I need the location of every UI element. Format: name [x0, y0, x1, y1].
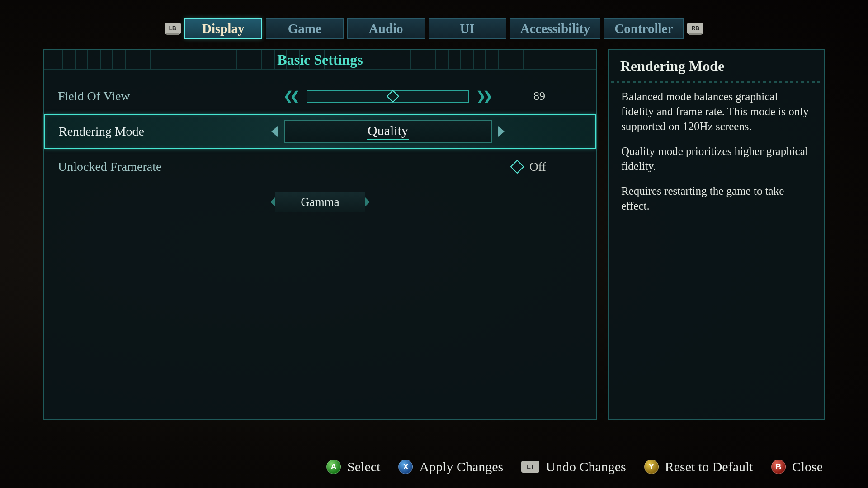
info-divider: [611, 81, 821, 83]
tab-bar: LB Display Game Audio UI Accessibility C…: [0, 18, 868, 39]
button-a-icon: A: [326, 460, 341, 474]
footer-select[interactable]: A Select: [326, 459, 380, 474]
info-body: Balanced mode balances graphical fidelit…: [609, 89, 824, 213]
settings-rows: Field Of View ❮❮ ❯❯ 89 Rendering Mode Qu…: [44, 70, 596, 212]
bumper-rb-icon: RB: [687, 23, 703, 34]
footer-reset[interactable]: Y Reset to Default: [644, 459, 753, 474]
footer-undo-label: Undo Changes: [546, 459, 626, 474]
button-b-icon: B: [771, 460, 786, 474]
tab-display[interactable]: Display: [184, 18, 262, 39]
toggle-diamond-icon: [510, 160, 524, 174]
rendering-mode-selector[interactable]: Quality: [249, 120, 527, 143]
footer-reset-label: Reset to Default: [665, 459, 753, 474]
row-rendering-mode[interactable]: Rendering Mode Quality: [44, 114, 596, 149]
fov-label: Field Of View: [58, 89, 248, 103]
fov-value: 89: [528, 89, 582, 103]
info-paragraph-2: Quality mode prioritizes higher graphica…: [621, 144, 811, 174]
button-y-icon: Y: [644, 460, 659, 474]
info-panel: Rendering Mode Balanced mode balances gr…: [608, 49, 825, 420]
tab-accessibility[interactable]: Accessibility: [510, 18, 601, 39]
footer-undo[interactable]: LT Undo Changes: [521, 459, 626, 474]
settings-panel: Basic Settings Field Of View ❮❮ ❯❯ 89 Re…: [43, 49, 597, 420]
bumper-lb-icon: LB: [165, 23, 181, 34]
unlocked-framerate-value: Off: [529, 160, 546, 174]
button-lt-icon: LT: [521, 461, 539, 473]
slider-increase-icon[interactable]: ❯❯: [476, 90, 493, 103]
footer-actions: A Select X Apply Changes LT Undo Changes…: [0, 459, 868, 474]
info-paragraph-3: Requires restarting the game to take eff…: [621, 183, 811, 213]
rendering-mode-label: Rendering Mode: [59, 124, 249, 139]
section-title: Basic Settings: [44, 50, 596, 70]
footer-close-label: Close: [792, 459, 823, 474]
rendering-mode-value-box[interactable]: Quality: [284, 120, 492, 143]
footer-apply-label: Apply Changes: [419, 459, 503, 474]
fov-slider-track[interactable]: [307, 90, 469, 103]
tab-audio[interactable]: Audio: [347, 18, 425, 39]
tab-ui[interactable]: UI: [429, 18, 506, 39]
fov-slider[interactable]: ❮❮ ❯❯: [248, 90, 528, 103]
tab-controller[interactable]: Controller: [604, 18, 684, 39]
footer-close[interactable]: B Close: [771, 459, 823, 474]
tab-game[interactable]: Game: [266, 18, 344, 39]
row-unlocked-framerate[interactable]: Unlocked Framerate Off: [44, 149, 596, 184]
info-title: Rendering Mode: [609, 50, 824, 81]
button-x-icon: X: [398, 460, 413, 474]
selector-prev-icon[interactable]: [271, 126, 278, 137]
footer-apply[interactable]: X Apply Changes: [398, 459, 503, 474]
main-area: Basic Settings Field Of View ❮❮ ❯❯ 89 Re…: [43, 49, 825, 420]
rendering-mode-value: Quality: [367, 123, 409, 140]
info-paragraph-1: Balanced mode balances graphical fidelit…: [621, 89, 811, 134]
unlocked-framerate-label: Unlocked Framerate: [58, 160, 248, 174]
unlocked-framerate-toggle[interactable]: Off: [248, 160, 582, 174]
fov-slider-thumb[interactable]: [387, 90, 399, 103]
gamma-button-label: Gamma: [301, 195, 339, 209]
slider-decrease-icon[interactable]: ❮❮: [283, 90, 300, 103]
selector-next-icon[interactable]: [498, 126, 505, 137]
row-fov[interactable]: Field Of View ❮❮ ❯❯ 89: [44, 79, 596, 114]
footer-select-label: Select: [347, 459, 380, 474]
gamma-button[interactable]: Gamma: [275, 192, 365, 212]
gamma-row: Gamma: [44, 192, 596, 212]
